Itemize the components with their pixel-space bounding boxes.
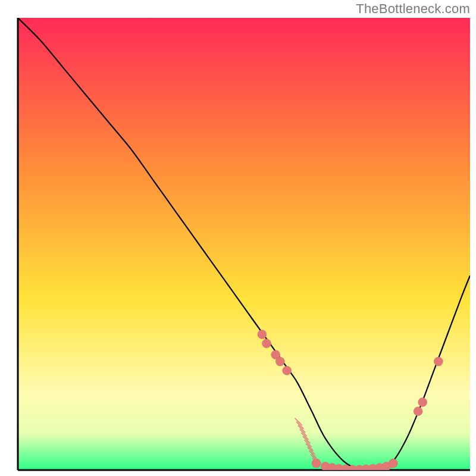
data-marker bbox=[283, 366, 292, 375]
data-marker bbox=[258, 330, 267, 339]
data-marker bbox=[414, 407, 422, 416]
plot-background bbox=[18, 18, 470, 470]
data-marker bbox=[262, 339, 271, 348]
watermark-text: TheBottleneck.com bbox=[356, 1, 470, 17]
data-marker bbox=[434, 357, 443, 366]
data-marker bbox=[418, 398, 427, 407]
chart-container: { "watermark": "TheBottleneck.com", "col… bbox=[0, 0, 476, 476]
data-marker bbox=[389, 459, 397, 468]
bottleneck-chart bbox=[0, 0, 476, 476]
data-marker bbox=[275, 357, 284, 366]
